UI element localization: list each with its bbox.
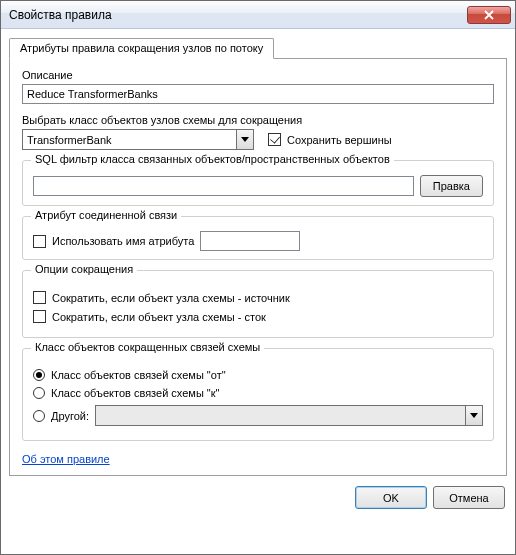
tab-strip: Атрибуты правила сокращения узлов по пот… bbox=[9, 37, 507, 58]
select-class-label: Выбрать класс объектов узлов схемы для с… bbox=[22, 114, 494, 126]
radio-class-to-label: Класс объектов связей схемы "к" bbox=[51, 387, 219, 399]
chevron-down-icon bbox=[236, 130, 253, 149]
attr-name-input[interactable] bbox=[200, 231, 300, 251]
attribute-group: Атрибут соединенной связи Использовать и… bbox=[22, 216, 494, 260]
sql-filter-group: SQL фильтр класса связанных объектов/про… bbox=[22, 160, 494, 206]
tab-attributes[interactable]: Атрибуты правила сокращения узлов по пот… bbox=[9, 38, 274, 59]
close-icon bbox=[484, 10, 494, 20]
other-class-combobox[interactable] bbox=[95, 405, 483, 426]
keep-vertices-checkbox[interactable] bbox=[268, 133, 281, 146]
chevron-down-icon bbox=[465, 406, 482, 425]
reduce-if-sink-checkbox[interactable] bbox=[33, 310, 46, 323]
window-title: Свойства правила bbox=[9, 8, 467, 22]
about-rule-link[interactable]: Об этом правиле bbox=[22, 453, 110, 465]
radio-class-other[interactable] bbox=[33, 410, 45, 422]
ok-button[interactable]: OK bbox=[355, 486, 427, 509]
reduce-options-legend: Опции сокращения bbox=[31, 263, 137, 275]
reduce-options-group: Опции сокращения Сократить, если объект … bbox=[22, 270, 494, 338]
keep-vertices-label: Сохранить вершины bbox=[287, 134, 392, 146]
title-bar: Свойства правила bbox=[1, 1, 515, 29]
close-button[interactable] bbox=[467, 6, 511, 24]
reduce-if-source-label: Сократить, если объект узла схемы - исто… bbox=[52, 292, 290, 304]
reduce-if-source-checkbox[interactable] bbox=[33, 291, 46, 304]
use-attr-name-label: Использовать имя атрибута bbox=[52, 235, 194, 247]
radio-class-other-label: Другой: bbox=[51, 410, 89, 422]
cancel-button[interactable]: Отмена bbox=[433, 486, 505, 509]
class-combobox[interactable]: TransformerBank bbox=[22, 129, 254, 150]
radio-class-from[interactable] bbox=[33, 369, 45, 381]
reduce-if-sink-label: Сократить, если объект узла схемы - сток bbox=[52, 311, 266, 323]
sql-edit-button[interactable]: Правка bbox=[420, 175, 483, 197]
radio-class-to[interactable] bbox=[33, 387, 45, 399]
dialog-footer: OK Отмена bbox=[1, 480, 515, 517]
client-area: Атрибуты правила сокращения узлов по пот… bbox=[1, 29, 515, 480]
tab-panel: Описание Выбрать класс объектов узлов сх… bbox=[9, 58, 507, 476]
class-combobox-value: TransformerBank bbox=[23, 134, 236, 146]
reduced-class-legend: Класс объектов сокращенных связей схемы bbox=[31, 341, 264, 353]
sql-filter-legend: SQL фильтр класса связанных объектов/про… bbox=[31, 153, 394, 165]
description-input[interactable] bbox=[22, 84, 494, 104]
description-label: Описание bbox=[22, 69, 494, 81]
radio-class-from-label: Класс объектов связей схемы "от" bbox=[51, 369, 226, 381]
sql-filter-input[interactable] bbox=[33, 176, 414, 196]
use-attr-name-checkbox[interactable] bbox=[33, 235, 46, 248]
reduced-class-group: Класс объектов сокращенных связей схемы … bbox=[22, 348, 494, 441]
attribute-group-legend: Атрибут соединенной связи bbox=[31, 209, 181, 221]
